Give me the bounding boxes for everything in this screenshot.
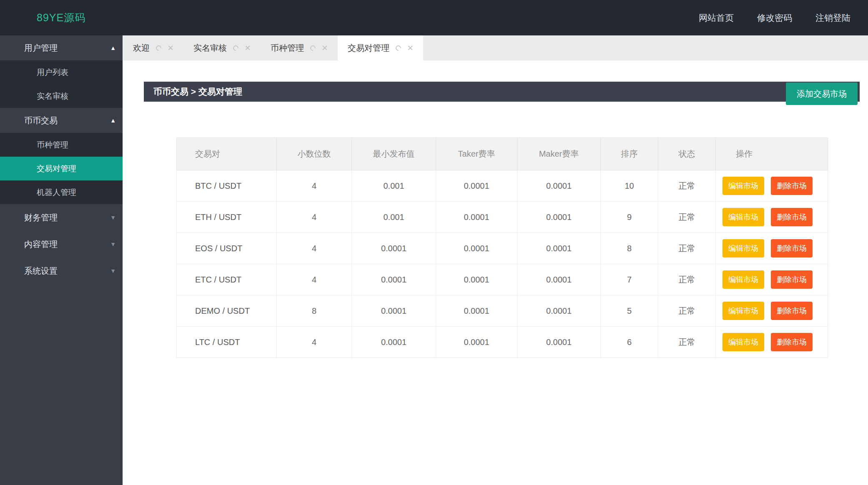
sidebar-item-realname-audit[interactable]: 实名审核 — [0, 84, 123, 108]
edit-market-button[interactable]: 编辑市场 — [722, 208, 764, 226]
cell-min_publish: 0.001 — [352, 170, 436, 202]
refresh-icon[interactable] — [232, 44, 239, 52]
sidebar-item-label: 币种管理 — [37, 140, 68, 150]
edit-market-button[interactable]: 编辑市场 — [722, 177, 764, 195]
cell-taker_fee: 0.0001 — [436, 233, 517, 264]
main-area: 欢迎×实名审核×币种管理×交易对管理× 币币交易 > 交易对管理 添加交易市场 … — [123, 35, 868, 485]
add-market-button[interactable]: 添加交易市场 — [786, 82, 858, 105]
delete-market-button[interactable]: 删除市场 — [771, 177, 813, 195]
sidebar-item-label: 机器人管理 — [37, 187, 76, 198]
cell-pair: ETC / USDT — [177, 264, 277, 295]
tab-label: 币种管理 — [271, 42, 304, 54]
column-header: 操作 — [716, 138, 828, 170]
delete-market-button[interactable]: 删除市场 — [771, 270, 813, 289]
edit-market-button[interactable]: 编辑市场 — [722, 302, 764, 320]
cell-maker_fee: 0.0001 — [517, 264, 601, 295]
cell-min_publish: 0.0001 — [352, 233, 436, 264]
cell-sort: 8 — [601, 233, 658, 264]
refresh-icon[interactable] — [309, 44, 316, 52]
chevron-down-icon: ▼ — [110, 268, 116, 274]
breadcrumb-bar: 币币交易 > 交易对管理 添加交易市场 — [144, 82, 860, 102]
column-header: Maker费率 — [517, 138, 601, 170]
header-link-change-password[interactable]: 修改密码 — [757, 12, 792, 24]
delete-market-button[interactable]: 删除市场 — [771, 239, 813, 258]
cell-taker_fee: 0.0001 — [436, 327, 517, 358]
column-header: 状态 — [658, 138, 716, 170]
column-header: Taker费率 — [436, 138, 517, 170]
cell-maker_fee: 0.0001 — [517, 202, 601, 233]
cell-maker_fee: 0.0001 — [517, 170, 601, 202]
sidebar-item-label: 用户管理 — [24, 42, 58, 54]
sidebar-item-label: 财务管理 — [24, 212, 58, 223]
column-header: 排序 — [601, 138, 658, 170]
cell-taker_fee: 0.0001 — [436, 170, 517, 202]
cell-sort: 10 — [601, 170, 658, 202]
cell-decimals: 4 — [277, 202, 352, 233]
tab-pair-management[interactable]: 交易对管理× — [338, 35, 423, 60]
cell-decimals: 8 — [277, 295, 352, 327]
tab-coin-management[interactable]: 币种管理× — [261, 35, 338, 60]
sidebar-item-label: 交易对管理 — [37, 163, 76, 174]
cell-actions: 编辑市场删除市场 — [716, 170, 828, 202]
cell-actions: 编辑市场删除市场 — [716, 295, 828, 327]
delete-market-button[interactable]: 删除市场 — [771, 333, 813, 351]
sidebar-item-robot-management[interactable]: 机器人管理 — [0, 180, 123, 204]
sidebar-item-user-list[interactable]: 用户列表 — [0, 60, 123, 84]
sidebar-item-coin-trade[interactable]: 币币交易▲ — [0, 108, 123, 133]
sidebar-item-finance-management[interactable]: 财务管理▼ — [0, 204, 123, 231]
cell-pair: ETH / USDT — [177, 202, 277, 233]
sidebar-item-label: 内容管理 — [24, 239, 58, 250]
edit-market-button[interactable]: 编辑市场 — [722, 270, 764, 289]
close-icon[interactable]: × — [245, 43, 251, 53]
cell-decimals: 4 — [277, 327, 352, 358]
table-row: ETH / USDT40.0010.00010.00019正常编辑市场删除市场 — [177, 202, 828, 233]
sidebar-item-coin-management[interactable]: 币种管理 — [0, 133, 123, 157]
sidebar-item-content-management[interactable]: 内容管理▼ — [0, 231, 123, 258]
sidebar-menu: 用户管理▲用户列表实名审核币币交易▲币种管理交易对管理机器人管理财务管理▼内容管… — [0, 35, 123, 284]
table-row: BTC / USDT40.0010.00010.000110正常编辑市场删除市场 — [177, 170, 828, 202]
chevron-down-icon: ▼ — [110, 241, 116, 248]
close-icon[interactable]: × — [168, 43, 173, 53]
close-icon[interactable]: × — [322, 43, 328, 53]
sidebar-item-pair-management[interactable]: 交易对管理 — [0, 157, 123, 180]
cell-sort: 5 — [601, 295, 658, 327]
cell-maker_fee: 0.0001 — [517, 327, 601, 358]
sidebar: 用户管理▲用户列表实名审核币币交易▲币种管理交易对管理机器人管理财务管理▼内容管… — [0, 35, 123, 485]
header-link-home[interactable]: 网站首页 — [699, 12, 734, 24]
sidebar-item-system-settings[interactable]: 系统设置▼ — [0, 258, 123, 284]
column-header: 交易对 — [177, 138, 277, 170]
sidebar-item-user-management[interactable]: 用户管理▲ — [0, 35, 123, 60]
chevron-up-icon: ▲ — [110, 117, 116, 124]
brand-logo: 89YE源码 — [37, 11, 85, 25]
cell-status: 正常 — [658, 327, 716, 358]
refresh-icon[interactable] — [394, 44, 402, 52]
table-row: DEMO / USDT80.00010.00010.00015正常编辑市场删除市… — [177, 295, 828, 327]
cell-min_publish: 0.0001 — [352, 295, 436, 327]
delete-market-button[interactable]: 删除市场 — [771, 208, 813, 226]
sidebar-item-label: 实名审核 — [37, 91, 68, 102]
admin-page: 89YE源码 网站首页修改密码注销登陆 用户管理▲用户列表实名审核币币交易▲币种… — [0, 0, 868, 485]
tab-label: 欢迎 — [133, 42, 150, 54]
cell-actions: 编辑市场删除市场 — [716, 233, 828, 264]
cell-sort: 9 — [601, 202, 658, 233]
cell-decimals: 4 — [277, 233, 352, 264]
top-header: 89YE源码 网站首页修改密码注销登陆 — [0, 0, 868, 35]
tab-label: 实名审核 — [193, 42, 227, 54]
tab-realname-audit[interactable]: 实名审核× — [183, 35, 261, 60]
edit-market-button[interactable]: 编辑市场 — [722, 239, 764, 258]
column-header: 最小发布值 — [352, 138, 436, 170]
header-link-logout[interactable]: 注销登陆 — [815, 12, 850, 24]
tab-welcome[interactable]: 欢迎× — [123, 35, 183, 60]
refresh-icon[interactable] — [155, 44, 162, 52]
table-row: LTC / USDT40.00010.00010.00016正常编辑市场删除市场 — [177, 327, 828, 358]
chevron-up-icon: ▲ — [110, 45, 116, 51]
tab-label: 交易对管理 — [348, 42, 389, 54]
column-header: 小数位数 — [277, 138, 352, 170]
delete-market-button[interactable]: 删除市场 — [771, 302, 813, 320]
cell-pair: BTC / USDT — [177, 170, 277, 202]
cell-decimals: 4 — [277, 264, 352, 295]
table-row: ETC / USDT40.00010.00010.00017正常编辑市场删除市场 — [177, 264, 828, 295]
edit-market-button[interactable]: 编辑市场 — [722, 333, 764, 351]
header-links: 网站首页修改密码注销登陆 — [699, 12, 850, 24]
close-icon[interactable]: × — [407, 43, 413, 53]
